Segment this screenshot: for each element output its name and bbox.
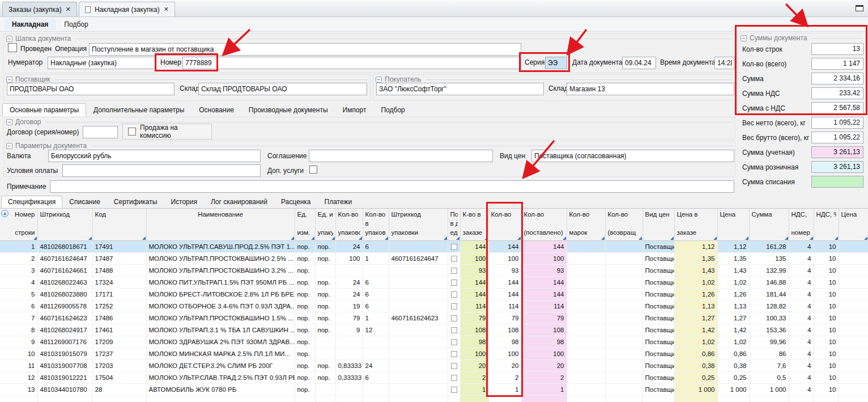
filter-icon[interactable] bbox=[639, 236, 642, 240]
totals-value[interactable]: 1 147 bbox=[811, 58, 863, 70]
row-checkbox[interactable] bbox=[451, 291, 457, 298]
series-input[interactable] bbox=[545, 57, 567, 69]
column-header-qty_order[interactable]: К-во взаказе bbox=[460, 209, 488, 241]
close-icon[interactable]: ✕ bbox=[164, 6, 169, 13]
totals-value[interactable]: 233,42 bbox=[811, 87, 863, 99]
spec-row-2[interactable]: 2460716162464717487МОЛОКО УЛЬТРАП.ПРОСТО… bbox=[0, 253, 868, 265]
column-header-name[interactable]: Наименование bbox=[146, 209, 295, 241]
tab-history[interactable]: История bbox=[164, 196, 204, 208]
row-checkbox[interactable] bbox=[451, 351, 457, 357]
spec-row-7[interactable]: 7460716162462317486МОЛОКО УЛЬТРАП.ПРОСТО… bbox=[0, 312, 868, 324]
totals-value[interactable]: 3 261,13 bbox=[811, 146, 863, 158]
collapse-icon[interactable]: − bbox=[6, 119, 12, 125]
filter-icon[interactable] bbox=[33, 236, 37, 240]
tab-additional-parameters[interactable]: Дополнительные параметры bbox=[86, 103, 192, 116]
posted-checkbox[interactable] bbox=[8, 43, 17, 52]
totals-value[interactable]: 2 334,16 bbox=[811, 73, 863, 84]
number-input[interactable] bbox=[182, 57, 521, 69]
totals-value[interactable]: 13 bbox=[811, 43, 863, 55]
tab-writeoff[interactable]: Списание bbox=[62, 196, 107, 208]
payment-terms-input[interactable] bbox=[62, 164, 261, 177]
row-checkbox[interactable] bbox=[451, 327, 457, 333]
collapse-icon[interactable]: − bbox=[6, 36, 12, 42]
price-kind-input[interactable] bbox=[531, 150, 734, 162]
tab-specification[interactable]: Спецификация bbox=[1, 196, 62, 208]
spec-row-1[interactable]: 1481026801867117491МОЛОКО УЛЬТРАП.САВУШ.… bbox=[0, 241, 868, 253]
spec-row-11[interactable]: 11481031900770817203МОЛОКО ДЕТ.СТЕР.3.2%… bbox=[0, 360, 868, 372]
tab-import[interactable]: Импорт bbox=[335, 103, 374, 116]
commission-checkbox[interactable] bbox=[128, 128, 136, 136]
column-header-vat_num[interactable]: НДС,номер bbox=[789, 209, 814, 241]
row-checkbox[interactable] bbox=[451, 303, 457, 310]
totals-value[interactable]: 3 261,13 bbox=[811, 161, 863, 173]
tab-certificates[interactable]: Сертификаты bbox=[107, 196, 164, 208]
filter-icon[interactable] bbox=[359, 236, 362, 240]
column-header-qty_delivered[interactable]: Кол-во(поставлено) bbox=[521, 209, 567, 241]
column-header-unit_pack[interactable]: Ед. и:упаку bbox=[315, 209, 335, 241]
row-checkbox[interactable] bbox=[451, 363, 457, 369]
spec-row-12[interactable]: 12481031901222117504МОЛОКО УЛЬТР.СЛАВ.ТР… bbox=[0, 372, 868, 384]
column-header-qty_in_pack[interactable]: Кол-вовупаков bbox=[363, 209, 389, 241]
buyer-warehouse-input[interactable] bbox=[567, 83, 734, 95]
row-checkbox[interactable] bbox=[451, 339, 457, 345]
column-header-qty_pack[interactable]: Кол-воупаково bbox=[335, 209, 363, 241]
filter-icon[interactable] bbox=[517, 236, 521, 240]
column-header-qty[interactable]: Кол-во bbox=[488, 209, 521, 241]
filter-icon[interactable] bbox=[456, 236, 459, 240]
row-checkbox[interactable] bbox=[451, 280, 457, 286]
time-input[interactable] bbox=[714, 57, 735, 69]
row-checkbox[interactable] bbox=[451, 256, 457, 262]
tab-payments[interactable]: Платежи bbox=[318, 196, 359, 208]
operation-input[interactable] bbox=[89, 43, 521, 56]
filter-icon[interactable] bbox=[864, 236, 867, 240]
extra-services-checkbox[interactable] bbox=[309, 166, 317, 174]
spec-row-10[interactable]: 10481031901507917237МОЛОКО МИНСКАЯ МАРКА… bbox=[0, 348, 868, 360]
collapse-icon[interactable]: − bbox=[6, 143, 12, 149]
tab-scan-log[interactable]: Лог сканирований bbox=[204, 196, 274, 208]
column-header-price2[interactable]: Цена bbox=[839, 209, 868, 241]
window-restore-icon[interactable] bbox=[856, 5, 863, 11]
filter-icon[interactable] bbox=[670, 236, 674, 240]
numerator-input[interactable] bbox=[48, 57, 155, 69]
agreement-input[interactable] bbox=[309, 150, 493, 162]
filter-icon[interactable] bbox=[810, 236, 813, 240]
filter-icon[interactable] bbox=[563, 236, 566, 240]
column-header-unit[interactable]: Ед.изм. bbox=[295, 209, 315, 241]
column-header-sum[interactable]: Сумма bbox=[749, 209, 789, 241]
contract-serial-input[interactable] bbox=[83, 126, 118, 138]
tab-derived-documents[interactable]: Производные документы bbox=[241, 103, 335, 116]
row-checkbox[interactable] bbox=[451, 268, 457, 274]
note-input[interactable] bbox=[50, 180, 734, 193]
column-header-vat_pct[interactable]: НДС, % bbox=[814, 209, 839, 241]
filter-icon[interactable] bbox=[601, 236, 605, 240]
totals-value[interactable]: 1 095,22 bbox=[811, 117, 863, 129]
filter-icon[interactable] bbox=[385, 236, 388, 240]
collapse-icon[interactable]: − bbox=[6, 77, 12, 83]
column-header-price[interactable]: Цена bbox=[717, 209, 749, 241]
column-header-qty_marks[interactable]: Кол-вомарок bbox=[567, 209, 605, 241]
filter-icon[interactable] bbox=[142, 236, 146, 240]
tab-invoice[interactable]: Накладная bbox=[5, 19, 56, 30]
tab-pricing[interactable]: Расценка bbox=[274, 196, 318, 208]
column-header-num[interactable]: Номерстроки▲ bbox=[0, 209, 37, 241]
filter-icon[interactable] bbox=[785, 236, 788, 240]
buyer-input[interactable] bbox=[376, 83, 544, 95]
currency-input[interactable] bbox=[48, 150, 261, 162]
tab-basis[interactable]: Основание bbox=[192, 103, 241, 116]
tab-invoice-purchase[interactable]: Накладная (закупка) ✕ bbox=[79, 2, 175, 16]
row-checkbox[interactable] bbox=[451, 244, 457, 250]
column-header-barcode[interactable]: Штрихкод bbox=[37, 209, 92, 241]
filter-icon[interactable] bbox=[331, 236, 335, 240]
filter-icon[interactable] bbox=[484, 236, 488, 240]
row-checkbox[interactable] bbox=[451, 387, 457, 393]
filter-icon[interactable] bbox=[745, 236, 748, 240]
spec-row-8[interactable]: 8481026802491717461МОЛОКО УЛЬТРАП.3.1 % … bbox=[0, 324, 868, 336]
column-header-qty_returned[interactable]: Кол-во(возвращ bbox=[605, 209, 643, 241]
column-header-price_order[interactable]: Цена взаказе bbox=[674, 209, 717, 241]
spec-row-4[interactable]: 4481026802246317324МОЛОКО ПИТ.УЛЬТРАП.1.… bbox=[0, 277, 868, 289]
spec-row-5[interactable]: 5481026802388017171МОЛОКО БРЕСТ-ЛИТОВСКО… bbox=[0, 289, 868, 301]
row-checkbox[interactable] bbox=[451, 375, 457, 381]
collapse-icon[interactable]: − bbox=[376, 77, 382, 83]
supplier-input[interactable] bbox=[7, 83, 175, 95]
supplier-warehouse-input[interactable] bbox=[198, 83, 367, 95]
